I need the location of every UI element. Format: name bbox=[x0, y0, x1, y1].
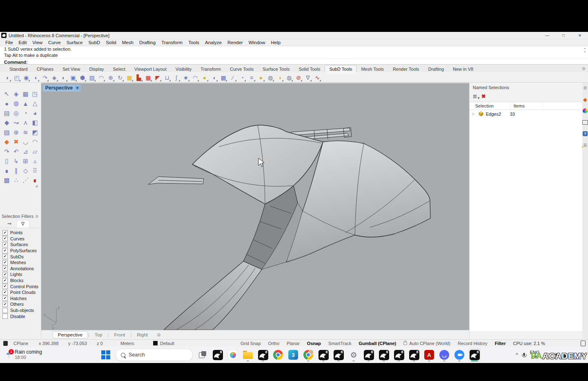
toolbar-tab-transform[interactable]: Transform bbox=[196, 65, 225, 73]
column-header-items[interactable]: Items bbox=[510, 102, 543, 110]
taskbar-icon-rhino-8[interactable]: 8 bbox=[332, 348, 345, 362]
toolbar-tab-surface-tools[interactable]: Surface Tools bbox=[258, 65, 294, 73]
taskbar-icon-task-view[interactable] bbox=[196, 348, 209, 362]
add-named-selection-button[interactable]: ≣ + bbox=[473, 93, 477, 99]
subd-quad-panel-icon[interactable]: ◧ bbox=[30, 118, 40, 128]
subd-loft-icon[interactable]: ◆ bbox=[2, 118, 11, 128]
checkbox-lights[interactable]: ✔ bbox=[2, 272, 8, 277]
taskbar-icon-rhino-8[interactable]: 8 bbox=[212, 348, 224, 362]
command-scrollbar[interactable]: ▲ ▼ bbox=[583, 47, 587, 53]
subd-stack-icon[interactable]: ▨ bbox=[2, 128, 11, 137]
cloud-tool-icon[interactable]: ◠ bbox=[191, 74, 199, 82]
checkbox-blocks[interactable]: ✔ bbox=[2, 278, 8, 283]
gear-icon[interactable]: ⚙ bbox=[35, 214, 39, 219]
toolbar-tab-mesh-tools[interactable]: Mesh Tools bbox=[356, 65, 388, 73]
viewport-3d-model[interactable]: z x y bbox=[41, 83, 469, 330]
star-tool-icon[interactable]: ★ bbox=[182, 74, 190, 82]
notes-tab-icon[interactable]: ≣ bbox=[583, 142, 587, 148]
close-button[interactable]: × bbox=[572, 32, 588, 39]
subd-sphere-a-icon[interactable]: ◍ bbox=[266, 74, 274, 82]
subd-band-down-icon[interactable]: ◡ bbox=[21, 137, 30, 147]
subd-panel-pair-icon[interactable]: ▯ bbox=[2, 157, 11, 166]
subd-mirror-icon[interactable]: ⊕ bbox=[11, 128, 21, 137]
subd-box-icon[interactable]: ▦ bbox=[21, 89, 30, 99]
taskbar-icon-acrobat[interactable]: A bbox=[423, 348, 435, 362]
taskbar-icon-rhino-8[interactable]: 8 bbox=[363, 348, 375, 362]
subd-cone-icon[interactable]: ▲ bbox=[21, 99, 30, 109]
checkbox-curves[interactable]: ✔ bbox=[2, 236, 8, 241]
subd-merge-icon[interactable]: ◆ bbox=[2, 137, 11, 147]
subd-grid-table-icon[interactable]: ⊞ bbox=[21, 157, 30, 166]
add-viewport-tab-icon[interactable]: ⊕ bbox=[157, 332, 161, 338]
viewport-title-badge[interactable]: Perspective ▾ bbox=[43, 85, 80, 92]
units-button[interactable]: Meters bbox=[120, 341, 153, 346]
toggle-ortho[interactable]: Ortho bbox=[268, 341, 280, 346]
subd-curved-step-icon[interactable]: ↳ bbox=[11, 157, 21, 166]
checkbox-annotations[interactable]: ✔ bbox=[2, 266, 8, 271]
taskbar-icon-rhino-8-active[interactable]: 8 bbox=[468, 348, 481, 362]
tab-object-snaps-icon[interactable]: ⊸ bbox=[3, 220, 16, 227]
toolbar-tab-cplanes[interactable]: CPlanes bbox=[32, 65, 58, 73]
subd-arc-handle-icon[interactable]: ↶ bbox=[11, 147, 21, 157]
subd-branch-icon[interactable]: ⋏ bbox=[21, 118, 30, 128]
subd-truncated-cone-icon[interactable]: △ bbox=[30, 99, 40, 109]
menu-subd[interactable]: SubD bbox=[85, 40, 103, 45]
toggle-auto-cplane-world-[interactable]: Auto CPlane (World) bbox=[403, 341, 450, 346]
taskbar-icon-rhino-8[interactable]: 8 bbox=[257, 348, 269, 362]
taskbar-icon-rhino-8[interactable]: 8 bbox=[378, 348, 390, 362]
subd-scatter-icon[interactable]: ∴ bbox=[11, 176, 21, 186]
leaf-tool-icon[interactable]: ◖ bbox=[210, 74, 218, 82]
taskbar-icon-chrome-profile[interactable] bbox=[302, 348, 314, 362]
disable-filter-icon[interactable]: ⊘ bbox=[294, 74, 303, 82]
wifi-icon[interactable] bbox=[544, 353, 550, 357]
curve-points-red-icon[interactable]: ∿ bbox=[313, 74, 321, 82]
menu-surface[interactable]: Surface bbox=[64, 40, 86, 45]
subd-sphere-icon[interactable]: ● bbox=[2, 99, 11, 109]
subd-hexagon-icon[interactable]: ⬢ bbox=[78, 74, 87, 82]
checkbox-point-clouds[interactable]: ✔ bbox=[2, 290, 8, 295]
menu-mesh[interactable]: Mesh bbox=[119, 40, 136, 45]
cup-tool-icon[interactable]: ⊔ bbox=[163, 74, 171, 82]
taskbar-icon-zoom[interactable] bbox=[453, 348, 466, 362]
viewport-menu-dropdown-icon[interactable]: ▾ bbox=[75, 86, 80, 90]
subd-pills-icon[interactable]: ◐ bbox=[60, 74, 68, 82]
drop-tool-icon[interactable]: ● bbox=[200, 74, 209, 82]
subd-ellipsoid-icon[interactable]: ◍ bbox=[11, 99, 21, 109]
scroll-up-icon[interactable]: ▲ bbox=[584, 47, 586, 49]
toolbar-tab-curve-tools[interactable]: Curve Tools bbox=[225, 65, 258, 73]
subd-explode-icon[interactable]: ✖ bbox=[11, 137, 21, 147]
subd-sweep-icon[interactable]: ↝ bbox=[11, 118, 21, 128]
checkbox-points[interactable]: ✔ bbox=[2, 230, 8, 235]
panel-options-gear-icon[interactable]: ⚙ bbox=[583, 85, 587, 91]
subd-sphere-yellow-icon[interactable]: ● bbox=[257, 74, 265, 82]
weather-widget[interactable]: ☂ 1 Rain coming 18:00 bbox=[0, 350, 100, 360]
taskbar-icon-rhino-8[interactable]: 8 bbox=[317, 348, 330, 362]
subd-diamond-grid-icon[interactable]: ◈ bbox=[50, 74, 58, 82]
properties-tab-icon[interactable]: ◆ bbox=[583, 96, 587, 102]
symmetry-off-icon[interactable]: ◤ bbox=[154, 74, 162, 82]
clock[interactable]: 14:41 bbox=[572, 352, 583, 358]
subd-ripple-icon[interactable]: ≋ bbox=[21, 128, 30, 137]
toolbar-tab-display[interactable]: Display bbox=[85, 65, 108, 73]
checkbox-others[interactable]: ✔ bbox=[2, 302, 8, 307]
subd-bent-panel-icon[interactable]: ◖ bbox=[31, 74, 40, 82]
toggle-planar[interactable]: Planar bbox=[287, 341, 300, 346]
toolbar-tab-visibility[interactable]: Visibility bbox=[171, 65, 196, 73]
panel-grid-icon[interactable]: ▩ bbox=[219, 74, 227, 82]
viewport-tab-front[interactable]: Front bbox=[109, 332, 130, 338]
subd-cube-icon[interactable]: ▣ bbox=[69, 74, 77, 82]
toolbar-gear-icon[interactable]: ⚙ bbox=[581, 66, 586, 72]
menu-analyze[interactable]: Analyze bbox=[202, 40, 225, 45]
toolbar-tab-subd-tools[interactable]: SubD Tools bbox=[325, 65, 356, 73]
subd-bent-strip-icon[interactable]: ▱ bbox=[30, 147, 40, 157]
subd-cylinder-icon[interactable]: ▤ bbox=[2, 108, 11, 118]
toggle-filter[interactable]: Filter bbox=[495, 341, 506, 346]
menu-transform[interactable]: Transform bbox=[158, 40, 185, 45]
menu-view[interactable]: View bbox=[29, 40, 45, 45]
quad-grid-red-icon[interactable]: ▦ bbox=[144, 74, 152, 82]
checkbox-control-points[interactable]: ✔ bbox=[2, 284, 8, 289]
subd-sphere-grid-icon[interactable]: ⊕ bbox=[107, 74, 115, 82]
perspective-viewport[interactable]: z x y Perspective ▾ bbox=[41, 83, 469, 330]
subd-rounded-box-icon[interactable]: ◳ bbox=[30, 89, 40, 99]
menu-solid[interactable]: Solid bbox=[103, 40, 119, 45]
